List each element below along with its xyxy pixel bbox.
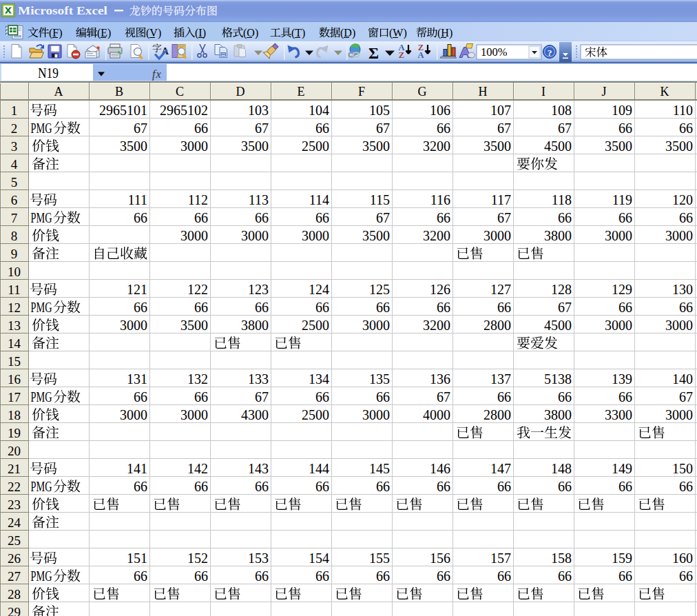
svg-text:66: 66 [558, 479, 572, 494]
svg-text:66: 66 [376, 300, 390, 315]
svg-text:6: 6 [11, 193, 18, 207]
svg-text:126: 126 [430, 282, 450, 297]
svg-text:G: G [418, 85, 427, 99]
svg-text:66: 66 [315, 210, 329, 225]
svg-text:66: 66 [376, 479, 390, 494]
svg-text:3500: 3500 [241, 138, 269, 154]
svg-text:18: 18 [8, 408, 21, 422]
svg-text:149: 149 [612, 461, 632, 476]
svg-text:66: 66 [134, 300, 147, 315]
svg-text:66: 66 [194, 300, 208, 315]
svg-text:66: 66 [315, 568, 329, 584]
svg-text:66: 66 [679, 568, 693, 584]
svg-text:67: 67 [134, 121, 147, 136]
svg-text:66: 66 [134, 479, 147, 494]
svg-text:23: 23 [8, 497, 21, 512]
svg-text:29: 29 [8, 605, 21, 616]
svg-text:J: J [601, 85, 606, 99]
svg-text:66: 66 [437, 210, 450, 225]
svg-text:66: 66 [679, 300, 693, 315]
svg-text:66: 66 [618, 121, 632, 136]
svg-text:3200: 3200 [423, 138, 450, 154]
svg-text:10: 10 [8, 265, 21, 279]
svg-text:3300: 3300 [605, 407, 632, 422]
svg-text:7: 7 [11, 211, 18, 225]
svg-text:2: 2 [11, 121, 18, 136]
svg-text:1: 1 [11, 103, 18, 118]
svg-text:154: 154 [309, 551, 329, 566]
svg-text:100%: 100% [481, 45, 508, 59]
svg-text:PMG: PMG [31, 210, 52, 225]
svg-text:152: 152 [187, 551, 208, 566]
svg-text:120: 120 [672, 192, 693, 207]
svg-text:3: 3 [11, 139, 18, 154]
svg-text:153: 153 [248, 551, 269, 566]
svg-text:125: 125 [369, 282, 390, 297]
svg-text:66: 66 [134, 568, 147, 584]
svg-text:3200: 3200 [423, 318, 450, 333]
svg-text:158: 158 [551, 551, 572, 566]
svg-text:D: D [236, 85, 245, 99]
svg-text:Z: Z [399, 50, 404, 60]
svg-text:143: 143 [248, 461, 269, 476]
svg-text:12: 12 [8, 300, 21, 315]
svg-text:141: 141 [127, 461, 147, 476]
svg-text:4500: 4500 [544, 318, 572, 333]
svg-text:5138: 5138 [544, 371, 572, 387]
svg-text:107: 107 [490, 103, 511, 118]
svg-text:66: 66 [558, 568, 572, 584]
svg-text:16: 16 [8, 372, 21, 387]
svg-text:66: 66 [255, 210, 269, 225]
svg-text:25: 25 [8, 533, 21, 548]
svg-text:113: 113 [249, 192, 269, 207]
svg-text:H: H [479, 85, 488, 99]
svg-text:111: 111 [127, 192, 147, 207]
svg-text:17: 17 [8, 390, 21, 404]
svg-text:121: 121 [127, 282, 147, 297]
svg-text:66: 66 [618, 389, 632, 404]
svg-text:3500: 3500 [665, 138, 693, 154]
svg-text:2500: 2500 [302, 138, 329, 154]
svg-text:66: 66 [134, 389, 147, 404]
svg-text:3000: 3000 [665, 407, 693, 422]
svg-text:Microsoft Excel: Microsoft Excel [18, 4, 107, 17]
svg-text:3000: 3000 [302, 228, 329, 243]
svg-text:28: 28 [8, 587, 21, 602]
svg-text:3000: 3000 [120, 318, 147, 333]
svg-text:22: 22 [8, 480, 21, 494]
svg-text:128: 128 [551, 282, 572, 297]
svg-text:C: C [176, 85, 184, 99]
svg-text:66: 66 [255, 568, 269, 584]
svg-text:150: 150 [672, 461, 693, 476]
svg-text:135: 135 [369, 371, 390, 387]
svg-text:67: 67 [376, 210, 390, 225]
svg-text:159: 159 [612, 551, 632, 566]
svg-text:2800: 2800 [483, 407, 511, 422]
svg-text:117: 117 [491, 192, 511, 207]
svg-text:118: 118 [552, 192, 572, 207]
svg-text:4: 4 [11, 157, 18, 172]
svg-text:A: A [417, 50, 424, 60]
svg-text:147: 147 [490, 461, 511, 476]
svg-text:148: 148 [551, 461, 572, 476]
svg-text:66: 66 [194, 389, 208, 404]
svg-text:F: F [358, 85, 365, 99]
svg-text:139: 139 [612, 371, 632, 387]
svg-text:66: 66 [255, 300, 269, 315]
svg-text:116: 116 [430, 192, 450, 207]
svg-text:3500: 3500 [605, 138, 632, 154]
svg-text:66: 66 [315, 389, 329, 404]
svg-text:11: 11 [8, 283, 20, 297]
svg-text:106: 106 [430, 103, 450, 118]
svg-text:67: 67 [376, 121, 390, 136]
svg-text:122: 122 [187, 282, 208, 297]
svg-text:2500: 2500 [302, 407, 329, 422]
svg-text:66: 66 [497, 389, 511, 404]
svg-text:115: 115 [370, 192, 390, 207]
svg-text:2965102: 2965102 [160, 103, 208, 118]
svg-text:13: 13 [8, 318, 21, 333]
svg-text:3500: 3500 [483, 138, 511, 154]
svg-text:3000: 3000 [362, 407, 390, 422]
svg-text:5: 5 [11, 175, 18, 189]
svg-text:66: 66 [618, 300, 632, 315]
